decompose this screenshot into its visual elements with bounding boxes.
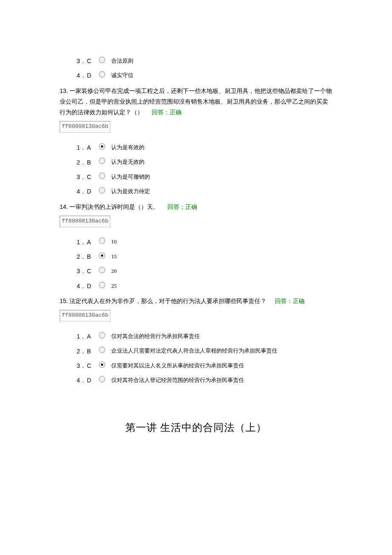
option-row: 1．A仅对其合法的经营行为承担民事责任 bbox=[77, 332, 332, 341]
option-letter: B bbox=[87, 252, 96, 261]
option-row: 4．D诚实守信 bbox=[77, 71, 332, 80]
option-text: 25 bbox=[111, 282, 117, 291]
question-code: ff80808130ac6b bbox=[60, 310, 110, 321]
option-row: 4．D认为是效力待定 bbox=[77, 187, 332, 196]
option-text: 认为是无效的 bbox=[111, 158, 144, 167]
question: 15. 法定代表人在外为非作歹，那么，对于他的行为法人要承担哪些民事责任？回答：… bbox=[60, 296, 332, 306]
option-number: 3． bbox=[77, 361, 87, 370]
option-text: 15 bbox=[111, 252, 117, 261]
option-letter: C bbox=[87, 361, 96, 370]
option-text: 认为是可撤销的 bbox=[111, 173, 150, 182]
option-letter: B bbox=[87, 158, 96, 167]
option-letter: D bbox=[87, 71, 96, 80]
question-text: 一审判决书的上诉时间是（）天。 bbox=[69, 204, 159, 210]
option-row: 4．D25 bbox=[77, 281, 332, 291]
option-row: 1．A认为是有效的 bbox=[77, 143, 332, 152]
question: 14. 一审判决书的上诉时间是（）天。回答：正确 bbox=[60, 202, 332, 212]
option-list: 1．A认为是有效的2．B认为是无效的3．C认为是可撤销的4．D认为是效力待定 bbox=[60, 143, 332, 197]
option-number: 3． bbox=[77, 172, 87, 182]
option-text: 仅需要对其以法人名义所从事的经营行为承担民事责任 bbox=[111, 361, 244, 370]
option-number: 1． bbox=[77, 332, 87, 341]
radio-button[interactable] bbox=[99, 282, 105, 288]
option-number: 2． bbox=[77, 347, 87, 356]
option-row: 3．C仅需要对其以法人名义所从事的经营行为承担民事责任 bbox=[77, 361, 332, 370]
option-row: 3．C合法原则 bbox=[77, 56, 332, 66]
option-row: 1．A10 bbox=[77, 237, 332, 247]
radio-button[interactable] bbox=[99, 158, 105, 164]
option-number: 4． bbox=[77, 376, 87, 385]
answer-status: 回答：正确 bbox=[152, 109, 182, 116]
radio-button[interactable] bbox=[99, 57, 105, 63]
option-letter: B bbox=[87, 347, 96, 356]
option-number: 2． bbox=[77, 252, 87, 261]
radio-button[interactable] bbox=[99, 252, 105, 259]
option-text: 10 bbox=[111, 237, 117, 246]
radio-button[interactable] bbox=[99, 361, 105, 368]
question-number: 13. bbox=[60, 87, 69, 94]
option-row: 3．C认为是可撤销的 bbox=[77, 172, 332, 182]
option-number: 1． bbox=[77, 237, 87, 247]
option-text: 仅对其合法的经营行为承担民事责任 bbox=[111, 332, 200, 341]
question-text: 法定代表人在外为非作歹，那么，对于他的行为法人要承担哪些民事责任？ bbox=[69, 298, 266, 304]
option-letter: D bbox=[87, 376, 96, 385]
option-text: 认为是效力待定 bbox=[111, 187, 150, 196]
option-number: 4． bbox=[77, 281, 87, 291]
option-list: 1．A仅对其合法的经营行为承担民事责任2．B企业法人只需要对法定代表人符合法人章… bbox=[60, 332, 332, 385]
question-code: ff80808130ac6b bbox=[60, 216, 110, 227]
option-letter: C bbox=[87, 172, 96, 182]
option-number: 3． bbox=[77, 56, 87, 66]
option-letter: A bbox=[87, 332, 96, 341]
option-number: 1． bbox=[77, 143, 87, 152]
option-text: 企业法人只需要对法定代表人符合法人章程的经营行为承担民事责任 bbox=[111, 347, 277, 356]
question-code: ff80808130ac6b bbox=[60, 121, 110, 133]
question-text: 一家装修公司甲在完成一项工程之后，还剩下一些木地板、厨卫用具，他把这些物品都卖给… bbox=[60, 88, 332, 116]
prev-question-options: 3．C合法原则4．D诚实守信 bbox=[60, 56, 332, 81]
option-row: 2．B认为是无效的 bbox=[77, 158, 332, 167]
option-row: 4．D仅对其符合法人登记经营范围的经营行为承担民事责任 bbox=[77, 376, 332, 385]
option-number: 4． bbox=[77, 71, 87, 80]
option-text: 20 bbox=[111, 267, 117, 276]
option-letter: A bbox=[87, 237, 96, 247]
option-row: 2．B企业法人只需要对法定代表人符合法人章程的经营行为承担民事责任 bbox=[77, 347, 332, 356]
option-letter: C bbox=[87, 56, 96, 66]
option-letter: D bbox=[87, 281, 96, 291]
answer-status: 回答：正确 bbox=[275, 298, 305, 304]
radio-button[interactable] bbox=[99, 376, 105, 382]
option-letter: A bbox=[87, 143, 96, 152]
option-number: 3． bbox=[77, 266, 87, 276]
radio-button[interactable] bbox=[99, 237, 105, 244]
option-text: 认为是有效的 bbox=[111, 143, 144, 152]
option-number: 4． bbox=[77, 187, 87, 196]
option-text: 诚实守信 bbox=[111, 71, 133, 80]
option-row: 3．C20 bbox=[77, 266, 332, 276]
option-text: 仅对其符合法人登记经营范围的经营行为承担民事责任 bbox=[111, 376, 244, 385]
option-number: 2． bbox=[77, 158, 87, 167]
question-number: 14. bbox=[60, 203, 69, 210]
option-row: 2．B15 bbox=[77, 252, 332, 261]
option-letter: C bbox=[87, 266, 96, 276]
option-letter: D bbox=[87, 187, 96, 196]
page-content: 3．C合法原则4．D诚实守信 13. 一家装修公司甲在完成一项工程之后，还剩下一… bbox=[0, 0, 392, 461]
radio-button[interactable] bbox=[99, 143, 105, 150]
radio-button[interactable] bbox=[99, 347, 105, 353]
option-text: 合法原则 bbox=[111, 57, 133, 66]
radio-button[interactable] bbox=[99, 173, 105, 179]
radio-button[interactable] bbox=[99, 71, 105, 78]
radio-button[interactable] bbox=[99, 187, 105, 194]
section-title: 第一讲 生活中的合同法（上） bbox=[60, 419, 332, 436]
answer-status: 回答：正确 bbox=[167, 204, 197, 210]
radio-button[interactable] bbox=[99, 332, 105, 338]
question-number: 15. bbox=[60, 298, 69, 304]
radio-button[interactable] bbox=[99, 267, 105, 273]
option-list: 1．A102．B153．C204．D25 bbox=[60, 237, 332, 291]
question: 13. 一家装修公司甲在完成一项工程之后，还剩下一些木地板、厨卫用具，他把这些物… bbox=[60, 86, 332, 118]
